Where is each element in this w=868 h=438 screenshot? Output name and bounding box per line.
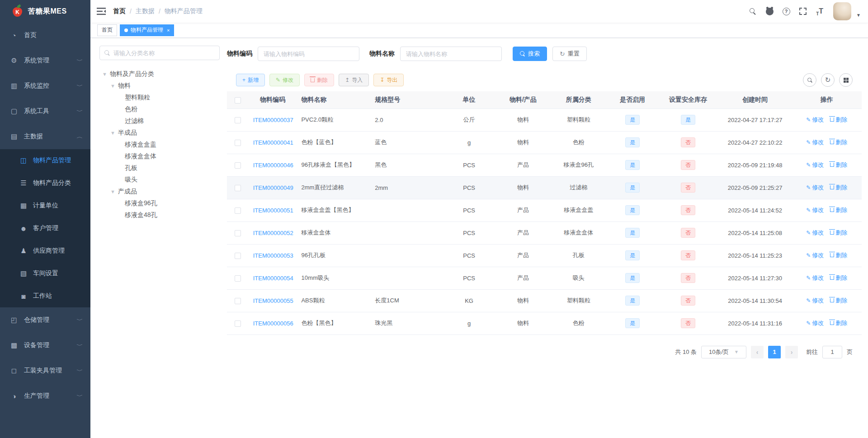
- hamburger-icon[interactable]: [97, 7, 106, 15]
- material-code-link[interactable]: ITEM00000037: [253, 117, 293, 123]
- sidebar-item-production-manage[interactable]: ◑生产管理﹀: [0, 383, 90, 409]
- row-delete-link[interactable]: 删除: [830, 206, 847, 214]
- sidebar-item-supplier-manage[interactable]: ♟供应商管理: [0, 240, 90, 262]
- sidebar-item-system-manage[interactable]: ⚙系统管理﹀: [0, 48, 90, 73]
- tree-node[interactable]: 过滤棉: [99, 115, 220, 127]
- row-edit-link[interactable]: ✎修改: [806, 138, 824, 146]
- row-checkbox[interactable]: [235, 117, 241, 123]
- sidebar-item-material-product-manage[interactable]: ◫物料产品管理: [0, 149, 90, 172]
- goto-page-input[interactable]: [822, 346, 842, 358]
- row-checkbox[interactable]: [235, 162, 241, 169]
- material-code-link[interactable]: ITEM00000053: [253, 252, 293, 259]
- avatar[interactable]: [833, 2, 851, 20]
- caret-down-icon[interactable]: ▼: [856, 13, 861, 18]
- sidebar-item-system-monitor[interactable]: ▥系统监控﹀: [0, 73, 90, 99]
- tree-node[interactable]: ▼物料及产品分类: [99, 68, 220, 80]
- sidebar-item-master-data[interactable]: ▤主数据︿: [0, 124, 90, 149]
- row-checkbox[interactable]: [235, 253, 241, 259]
- refresh-icon[interactable]: ↻: [821, 73, 835, 87]
- page-size-select[interactable]: 10条/页 ▼: [701, 346, 746, 358]
- success-action-button[interactable]: ✎修改: [269, 74, 300, 86]
- row-edit-link[interactable]: ✎修改: [806, 116, 824, 124]
- tree-node[interactable]: 移液盒96孔: [99, 198, 220, 209]
- material-code-link[interactable]: ITEM00000056: [253, 320, 293, 327]
- search-button[interactable]: 搜索: [513, 47, 547, 61]
- material-code-link[interactable]: ITEM00000054: [253, 275, 293, 282]
- tree-node[interactable]: 塑料颗粒: [99, 92, 220, 104]
- search-toggle-icon[interactable]: [803, 73, 816, 87]
- sidebar-item-workshop-settings[interactable]: ▧车间设置: [0, 262, 90, 285]
- columns-icon[interactable]: [839, 73, 853, 87]
- tree-node[interactable]: ▼物料: [99, 80, 220, 92]
- search-icon[interactable]: [748, 6, 758, 16]
- close-icon[interactable]: ×: [167, 28, 170, 33]
- row-edit-link[interactable]: ✎修改: [806, 274, 824, 282]
- sidebar-item-system-tools[interactable]: ▢系统工具﹀: [0, 99, 90, 124]
- tree-node[interactable]: 移液盒盒体: [99, 151, 220, 162]
- material-code-link[interactable]: ITEM00000041: [253, 139, 293, 146]
- row-checkbox[interactable]: [235, 230, 241, 236]
- sidebar-item-home[interactable]: ◔首页: [0, 23, 90, 48]
- row-delete-link[interactable]: 删除: [830, 297, 847, 305]
- tab-item[interactable]: 首页: [97, 24, 117, 36]
- app-logo[interactable]: K 苦糖果MES: [0, 0, 90, 23]
- row-checkbox[interactable]: [235, 320, 241, 327]
- row-delete-link[interactable]: 删除: [830, 251, 847, 259]
- sidebar-item-equipment-manage[interactable]: ▩设备管理﹀: [0, 333, 90, 358]
- material-code-input[interactable]: [258, 47, 359, 61]
- sidebar-item-workstation[interactable]: ◙工作站: [0, 285, 90, 307]
- row-delete-link[interactable]: 删除: [830, 274, 847, 282]
- category-search-input[interactable]: [113, 50, 215, 57]
- fullscreen-icon[interactable]: [798, 6, 808, 16]
- font-size-icon[interactable]: TT: [815, 6, 825, 16]
- sidebar-item-customer-manage[interactable]: ☻客户管理: [0, 217, 90, 240]
- row-delete-link[interactable]: 删除: [830, 161, 847, 169]
- tree-node[interactable]: ▼半成品: [99, 127, 220, 139]
- row-edit-link[interactable]: ✎修改: [806, 161, 824, 169]
- row-checkbox[interactable]: [235, 298, 241, 304]
- sidebar-item-warehouse-manage[interactable]: ◰仓储管理﹀: [0, 307, 90, 333]
- row-delete-link[interactable]: 删除: [830, 138, 847, 146]
- reset-button[interactable]: ↻ 重置: [552, 47, 587, 61]
- material-code-link[interactable]: ITEM00000051: [253, 207, 293, 214]
- tree-node[interactable]: 移液盒盒盖: [99, 139, 220, 151]
- row-edit-link[interactable]: ✎修改: [806, 229, 824, 237]
- prev-page-button[interactable]: ‹: [751, 346, 764, 358]
- tree-node[interactable]: 孔板: [99, 162, 220, 174]
- row-edit-link[interactable]: ✎修改: [806, 184, 824, 192]
- tree-node[interactable]: 吸头: [99, 174, 220, 186]
- warning-action-button[interactable]: ↧导出: [373, 74, 404, 86]
- row-delete-link[interactable]: 删除: [830, 229, 847, 237]
- sidebar-item-material-product-category[interactable]: ☰物料产品分类: [0, 172, 90, 194]
- tree-node[interactable]: ▼产成品: [99, 186, 220, 198]
- tree-node[interactable]: 色粉: [99, 104, 220, 115]
- tree-node[interactable]: 移液盒48孔: [99, 209, 220, 221]
- row-delete-link[interactable]: 删除: [830, 116, 847, 124]
- material-code-link[interactable]: ITEM00000049: [253, 184, 293, 191]
- row-checkbox[interactable]: [235, 275, 241, 282]
- select-all-checkbox[interactable]: [235, 97, 241, 104]
- row-delete-link[interactable]: 删除: [830, 319, 847, 327]
- row-checkbox[interactable]: [235, 185, 241, 191]
- material-code-link[interactable]: ITEM00000052: [253, 230, 293, 236]
- material-name-input[interactable]: [400, 47, 502, 61]
- row-checkbox[interactable]: [235, 207, 241, 214]
- info-action-button[interactable]: ↥导入: [339, 74, 369, 86]
- sidebar-item-tooling-fixture-manage[interactable]: ◻工装夹具管理﹀: [0, 358, 90, 383]
- github-icon[interactable]: [764, 6, 774, 16]
- sidebar-item-measure-unit[interactable]: ▦计量单位: [0, 194, 90, 217]
- row-delete-link[interactable]: 删除: [830, 184, 847, 192]
- page-number-1[interactable]: 1: [768, 346, 781, 358]
- danger-action-button[interactable]: 删除: [304, 74, 334, 86]
- primary-action-button[interactable]: +新增: [236, 74, 265, 86]
- row-edit-link[interactable]: ✎修改: [806, 297, 824, 305]
- tab-active[interactable]: 物料产品管理×: [120, 24, 174, 36]
- next-page-button[interactable]: ›: [785, 346, 798, 358]
- row-edit-link[interactable]: ✎修改: [806, 319, 824, 327]
- row-checkbox[interactable]: [235, 140, 241, 146]
- row-edit-link[interactable]: ✎修改: [806, 206, 824, 214]
- help-icon[interactable]: ?: [781, 6, 791, 16]
- row-edit-link[interactable]: ✎修改: [806, 251, 824, 259]
- material-code-link[interactable]: ITEM00000046: [253, 162, 293, 169]
- breadcrumb-item[interactable]: 首页: [113, 7, 126, 15]
